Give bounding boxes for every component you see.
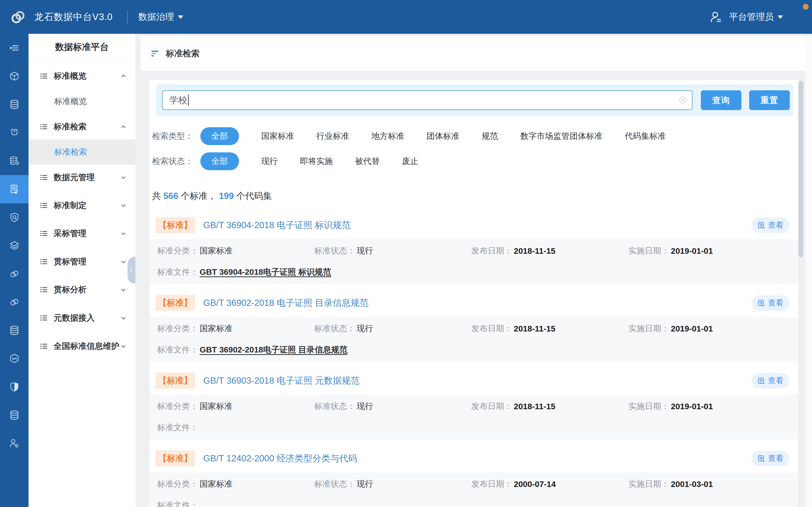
svg-text:API: API xyxy=(12,357,17,360)
filter-type-option[interactable]: 数字市场监管团体标准 xyxy=(520,131,603,142)
standard-badge: 【标准】 xyxy=(155,217,195,233)
publish-date: 2000-07-14 xyxy=(514,480,556,489)
rail-item-user-settings[interactable] xyxy=(0,429,29,457)
rail-item-api[interactable]: API xyxy=(0,344,29,373)
user-menu[interactable]: 平台管理员 xyxy=(709,10,783,24)
filter-type-option[interactable]: 国家标准 xyxy=(261,131,294,142)
user-icon xyxy=(709,10,723,24)
list-icon xyxy=(40,72,48,80)
sidebar-item-standard-overview-group[interactable]: 标准概览 xyxy=(29,63,135,89)
rail-item-shield-quality[interactable] xyxy=(0,203,29,231)
filter-type-label: 检索类型： xyxy=(152,131,193,142)
category-value: 国家标准 xyxy=(200,401,233,412)
rail-item-layers[interactable] xyxy=(0,231,29,260)
filter-status-option[interactable]: 即将实施 xyxy=(300,156,333,167)
filter-type-all-pill[interactable]: 全部 xyxy=(200,127,239,145)
sidebar-item-metadata-access[interactable]: 元数据接入 xyxy=(29,305,135,331)
content-panel: 学校 查询 重置 检索类型： 全部 国家标准 行业标准 地方标准 团体标准 规范… xyxy=(150,80,798,507)
filter-type-option[interactable]: 代码集标准 xyxy=(625,131,666,142)
rail-item-cube[interactable] xyxy=(0,62,29,90)
notification-dot xyxy=(803,4,809,10)
filters-divider xyxy=(150,182,798,183)
sidebar-title: 数据标准平台 xyxy=(29,39,135,56)
view-button[interactable]: 查看 xyxy=(752,373,789,388)
rail-item-data-swirl[interactable] xyxy=(0,260,29,288)
list-icon xyxy=(40,314,48,322)
search-input[interactable]: 学校 xyxy=(162,90,693,110)
standard-badge: 【标准】 xyxy=(155,450,195,466)
rail-item-data-swirl-2[interactable] xyxy=(0,288,29,316)
sidebar-item-standard-drafting[interactable]: 标准制定 xyxy=(29,193,135,218)
clear-input-icon[interactable] xyxy=(678,96,688,105)
list-icon xyxy=(40,229,48,237)
filter-status-option[interactable]: 废止 xyxy=(402,156,418,167)
sidebar-item-national-standard-info[interactable]: 全国标准信息维护 xyxy=(29,334,135,359)
filter-status-all-pill[interactable]: 全部 xyxy=(200,152,239,170)
chevron-left-icon xyxy=(129,268,134,273)
standard-file-link[interactable]: GBT 36902-2018电子证照 目录信息规范 xyxy=(200,344,348,355)
sidebar-item-standard-search-group[interactable]: 标准检索 xyxy=(29,114,135,139)
reset-button[interactable]: 重置 xyxy=(749,90,790,110)
product-menu[interactable]: 数据治理 xyxy=(138,11,183,23)
shield-quality-icon xyxy=(9,212,20,223)
main-area: 标准检索 学校 查询 重置 检索类型： 全部 国家标准 行业标准 地方标准 团体 xyxy=(135,34,812,507)
standard-file-link[interactable]: GBT 36904-2018电子证照 标识规范 xyxy=(200,267,331,278)
view-doc-icon xyxy=(757,221,766,229)
result-details: 标准分类：国家标准 标准状态：现行 发布日期：2000-07-14 实施日期：2… xyxy=(150,472,798,507)
list-icon xyxy=(40,286,48,294)
rail-item-database-gear[interactable] xyxy=(0,147,29,175)
sidebar-item-implementation-analysis[interactable]: 贯标分析 xyxy=(29,277,135,302)
chevron-up-icon xyxy=(120,72,127,80)
result-title-link[interactable]: GB/T 36903-2018 电子证照 元数据规范 xyxy=(203,375,360,387)
page-title-icon xyxy=(150,49,160,58)
result-title-link[interactable]: GB/T 36902-2018 电子证照 目录信息规范 xyxy=(203,297,368,309)
filter-type-option[interactable]: 行业标准 xyxy=(316,131,349,142)
page-title: 标准检索 xyxy=(166,48,200,59)
result-row: 【标准】 GB/T 12402-2000 经济类型分类与代码 查看 xyxy=(150,447,798,470)
database-gear-icon xyxy=(9,155,20,167)
sidebar-subitem-standard-search[interactable]: 标准检索 xyxy=(29,139,135,165)
sidebar-item-adoption-mgmt[interactable]: 采标管理 xyxy=(29,221,135,246)
sidebar-collapse-handle[interactable] xyxy=(128,257,135,284)
filter-type-option[interactable]: 地方标准 xyxy=(371,131,404,142)
chevron-up-icon xyxy=(120,123,127,130)
result-row: 【标准】 GB/T 36904-2018 电子证照 标识规范 查看 xyxy=(150,214,798,237)
sidebar-subitem-standard-overview[interactable]: 标准概览 xyxy=(29,89,135,114)
rail-item-standard-doc-active[interactable] xyxy=(0,175,29,203)
standard-badge: 【标准】 xyxy=(155,373,195,389)
api-icon: API xyxy=(9,353,20,364)
search-panel: 学校 查询 重置 xyxy=(156,84,793,116)
filter-status-option[interactable]: 被代替 xyxy=(355,156,379,167)
query-button[interactable]: 查询 xyxy=(701,90,742,110)
rail-item-shield-half[interactable] xyxy=(0,373,29,401)
view-button[interactable]: 查看 xyxy=(752,295,789,311)
sidebar-item-implementation-mgmt[interactable]: 贯标管理 xyxy=(29,249,135,274)
view-button[interactable]: 查看 xyxy=(752,218,789,233)
result-title-link[interactable]: GB/T 36904-2018 电子证照 标识规范 xyxy=(203,219,351,231)
list-icon xyxy=(40,258,48,266)
page-header: 标准检索 xyxy=(141,36,812,71)
result-title-link[interactable]: GB/T 12402-2000 经济类型分类与代码 xyxy=(203,452,357,464)
implement-date: 2019-01-01 xyxy=(671,246,713,256)
filter-type-option[interactable]: 团体标准 xyxy=(426,131,459,142)
icon-rail: DATA xyxy=(0,34,29,507)
rail-item-database[interactable] xyxy=(0,90,29,119)
category-value: 国家标准 xyxy=(200,245,233,257)
filter-status-option[interactable]: 现行 xyxy=(261,156,278,167)
view-button[interactable]: 查看 xyxy=(752,451,789,466)
rail-item-database-3[interactable] xyxy=(0,401,29,429)
rail-item-data-service[interactable]: DATA xyxy=(0,119,29,147)
rail-item-database-2[interactable] xyxy=(0,316,29,344)
chevron-down-icon xyxy=(120,258,127,265)
filter-type-option[interactable]: 规范 xyxy=(481,131,498,142)
rail-item-collapse-menu[interactable] xyxy=(0,34,29,62)
sidebar-item-data-element-mgmt[interactable]: 数据元管理 xyxy=(29,165,135,190)
database-icon xyxy=(9,409,20,421)
text-caret xyxy=(188,95,189,106)
publish-date: 2018-11-15 xyxy=(514,324,555,333)
shield-half-icon xyxy=(9,381,20,393)
publish-date: 2018-11-15 xyxy=(514,246,555,256)
vertical-scrollbar[interactable] xyxy=(799,81,803,258)
caret-down-icon xyxy=(178,15,183,21)
publish-date: 2018-11-15 xyxy=(514,402,555,411)
